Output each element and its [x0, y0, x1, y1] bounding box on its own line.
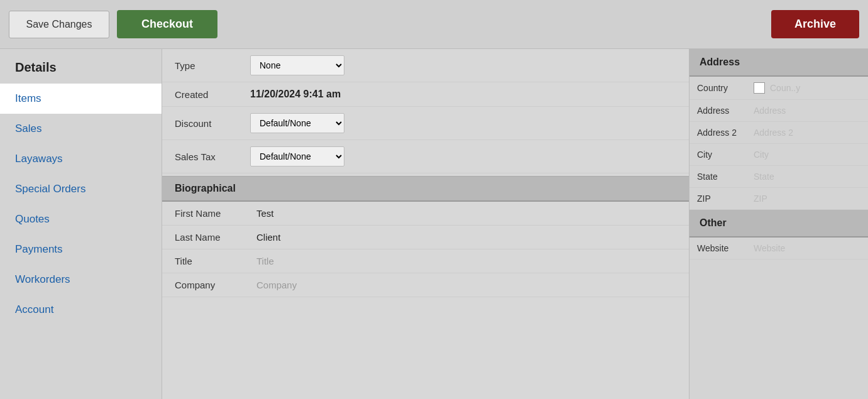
sidebar-item-sales[interactable]: Sales: [0, 114, 162, 144]
sales-tax-select[interactable]: Default/None: [250, 146, 344, 167]
city-value: City: [754, 150, 860, 160]
state-value: State: [754, 172, 860, 182]
toolbar: Save Changes Checkout Archive: [0, 0, 868, 49]
country-label: Country: [697, 83, 754, 93]
website-value: Website: [754, 243, 860, 253]
first-name-value: Test: [256, 208, 274, 219]
sidebar-item-workorders[interactable]: Workorders: [0, 265, 162, 295]
biographical-header: Biographical: [162, 176, 689, 202]
last-name-value: Client: [256, 232, 280, 243]
title-row: Title Title: [162, 249, 689, 273]
main-layout: Details Items Sales Layaways Special Ord…: [0, 49, 868, 399]
sidebar-item-special-orders[interactable]: Special Orders: [0, 174, 162, 204]
archive-button[interactable]: Archive: [771, 10, 859, 38]
created-label: Created: [175, 89, 250, 100]
type-label: Type: [175, 60, 250, 71]
save-changes-button[interactable]: Save Changes: [9, 11, 109, 38]
country-row: Country Coun..y: [689, 77, 868, 100]
address2-label: Address 2: [697, 128, 754, 138]
city-row: City City: [689, 144, 868, 166]
country-value: Coun..y: [770, 83, 800, 93]
discount-row: Discount Default/None: [162, 107, 689, 140]
last-name-row: Last Name Client: [162, 226, 689, 249]
title-value: Title: [256, 256, 274, 266]
address-value: Address: [754, 106, 860, 116]
company-row: Company Company: [162, 273, 689, 297]
sidebar-item-layaways[interactable]: Layaways: [0, 144, 162, 174]
last-name-label: Last Name: [175, 232, 256, 243]
type-row: Type None Business Individual: [162, 49, 689, 82]
type-select[interactable]: None Business Individual: [250, 55, 344, 75]
sidebar-heading: Details: [0, 49, 162, 84]
address-label: Address: [697, 106, 754, 116]
created-row: Created 11/20/2024 9:41 am: [162, 82, 689, 107]
address-row: Address Address: [689, 100, 868, 122]
city-label: City: [697, 150, 754, 160]
state-label: State: [697, 172, 754, 182]
other-header: Other: [689, 210, 868, 238]
address2-row: Address 2 Address 2: [689, 122, 868, 144]
sidebar-item-quotes[interactable]: Quotes: [0, 204, 162, 234]
company-value: Company: [256, 280, 297, 290]
website-label: Website: [697, 243, 754, 253]
state-row: State State: [689, 166, 868, 188]
sidebar: Details Items Sales Layaways Special Ord…: [0, 49, 162, 399]
discount-label: Discount: [175, 118, 250, 129]
discount-select[interactable]: Default/None: [250, 113, 344, 133]
address2-value: Address 2: [754, 128, 860, 138]
zip-value: ZIP: [754, 194, 860, 204]
website-row: Website Website: [689, 238, 868, 260]
title-label: Title: [175, 256, 256, 266]
sales-tax-label: Sales Tax: [175, 151, 250, 162]
right-panel: Address Country Coun..y Address Address …: [689, 49, 868, 399]
zip-label: ZIP: [697, 194, 754, 204]
sidebar-item-payments[interactable]: Payments: [0, 234, 162, 265]
sales-tax-row: Sales Tax Default/None: [162, 140, 689, 173]
first-name-label: First Name: [175, 208, 256, 219]
sidebar-item-account[interactable]: Account: [0, 295, 162, 325]
first-name-row: First Name Test: [162, 202, 689, 226]
company-label: Company: [175, 280, 256, 290]
address-header: Address: [689, 49, 868, 77]
country-checkbox[interactable]: [754, 82, 765, 94]
sidebar-item-items[interactable]: Items: [0, 84, 162, 114]
created-value: 11/20/2024 9:41 am: [250, 89, 341, 100]
content-area: Type None Business Individual Created 11…: [162, 49, 689, 399]
zip-row: ZIP ZIP: [689, 188, 868, 210]
checkout-button[interactable]: Checkout: [117, 10, 217, 38]
